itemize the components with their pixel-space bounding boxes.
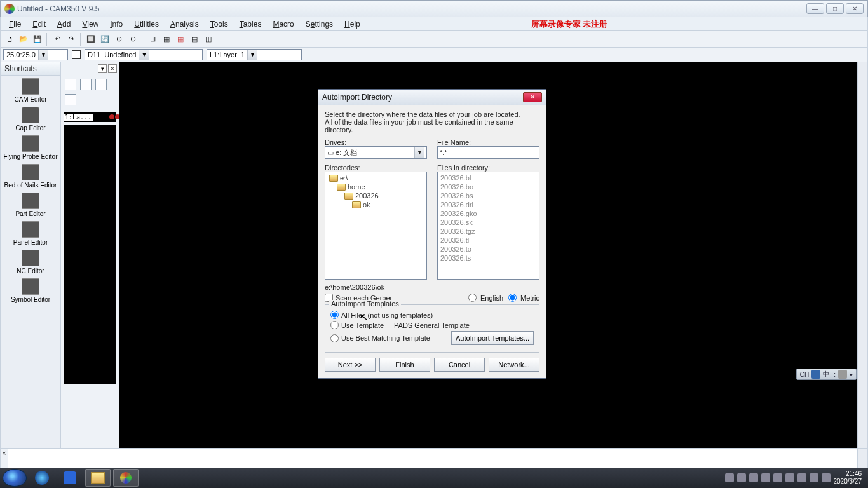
files-listbox[interactable]: 200326.bl200326.bo200326.bs200326.drl200…: [437, 172, 539, 280]
dcode-combo[interactable]: D11 Undefined▼: [85, 49, 203, 60]
tpl-all-radio[interactable]: All Files (not using templates): [330, 311, 433, 319]
layer-visible-icon[interactable]: [109, 114, 114, 119]
file-item[interactable]: 200326.drl: [439, 200, 538, 209]
file-item[interactable]: 200326.sk: [439, 218, 538, 227]
file-item[interactable]: 200326.gko: [439, 209, 538, 218]
file-item[interactable]: 200326.ts: [439, 254, 538, 262]
shortcut-symbol-editor[interactable]: Symbol Editor: [1, 276, 60, 304]
menu-tables[interactable]: Tables: [234, 18, 268, 30]
maximize-button[interactable]: □: [826, 3, 844, 14]
layer-tool-icon[interactable]: [65, 94, 76, 105]
directory-item[interactable]: home: [327, 182, 425, 191]
ime-cn[interactable]: 中: [821, 370, 831, 379]
colors-icon[interactable]: ◫: [202, 33, 215, 46]
tpl-use-radio[interactable]: Use Template: [330, 321, 384, 329]
menu-add[interactable]: Add: [51, 18, 76, 30]
file-item[interactable]: 200326.bo: [439, 182, 538, 191]
menu-view[interactable]: View: [76, 18, 104, 30]
zoom-in-icon[interactable]: ⊕: [112, 33, 125, 46]
units-english-radio[interactable]: English: [468, 294, 503, 302]
menu-macro[interactable]: Macro: [267, 18, 299, 30]
grid2-icon[interactable]: ▦: [160, 33, 173, 46]
filename-input[interactable]: *.*: [437, 146, 539, 159]
menu-tools[interactable]: Tools: [205, 18, 234, 30]
grid-icon[interactable]: ⊞: [146, 33, 159, 46]
shortcut-bed-of-nails-editor[interactable]: Bed of Nails Editor: [1, 161, 60, 190]
menu-analysis[interactable]: Analysis: [165, 18, 205, 30]
tray-icon[interactable]: [761, 473, 770, 482]
undo-icon[interactable]: ↶: [51, 33, 64, 46]
shortcut-flying-probe-editor[interactable]: Flying Probe Editor: [1, 133, 60, 161]
tray-icon[interactable]: [749, 473, 758, 482]
dialog-titlebar[interactable]: AutoImport Directory ✕: [318, 90, 546, 105]
directory-item[interactable]: ok: [327, 200, 425, 209]
directories-listbox[interactable]: e:\home200326ok: [325, 172, 427, 280]
tray-icon[interactable]: [810, 473, 818, 482]
drives-combo[interactable]: ▭ e: 文档 ▼: [325, 146, 427, 159]
open-icon[interactable]: 📂: [17, 33, 30, 46]
ime-chevron-icon[interactable]: ▾: [848, 371, 855, 378]
menu-info[interactable]: Info: [104, 18, 128, 30]
menu-edit[interactable]: Edit: [27, 18, 51, 30]
layer-tool-icon[interactable]: [95, 79, 107, 90]
taskbar-clock[interactable]: 21:46 2020/3/27: [834, 470, 862, 485]
ime-tool-icon[interactable]: [838, 370, 847, 379]
tray-icon[interactable]: [773, 473, 782, 482]
ime-punct[interactable]: :: [832, 371, 837, 378]
layer-tool-icon[interactable]: [65, 79, 76, 90]
layer-row[interactable]: 1:La...: [64, 112, 116, 122]
dcode-color[interactable]: [72, 50, 81, 59]
shortcut-cap-editor[interactable]: Cap Editor: [1, 104, 60, 133]
shortcut-part-editor[interactable]: Part Editor: [1, 190, 60, 219]
taskbar-app-icon[interactable]: [57, 469, 83, 487]
close-button[interactable]: ✕: [846, 3, 864, 14]
shortcut-cam-editor[interactable]: CAM Editor: [1, 76, 60, 104]
layer-icon[interactable]: ▤: [188, 33, 201, 46]
ime-language-bar[interactable]: CH 中 : ▾: [796, 369, 857, 380]
grid3-icon[interactable]: ▦: [174, 33, 187, 46]
tray-icon[interactable]: [725, 473, 734, 482]
directory-item[interactable]: e:\: [327, 173, 425, 182]
units-metric-radio[interactable]: Metric: [508, 294, 539, 302]
directory-item[interactable]: 200326: [327, 191, 425, 200]
redo-icon[interactable]: ↷: [65, 33, 78, 46]
minimize-button[interactable]: —: [806, 3, 824, 14]
layer-combo[interactable]: L1:Layer_1▼: [207, 49, 302, 60]
refresh-icon[interactable]: 🔄: [98, 33, 111, 46]
dialog-close-icon[interactable]: ✕: [523, 92, 542, 102]
zoom-window-icon[interactable]: 🔲: [85, 33, 97, 46]
file-item[interactable]: 200326.bl: [439, 173, 538, 182]
menu-utilities[interactable]: Utilities: [128, 18, 165, 30]
tray-icon[interactable]: [785, 473, 794, 482]
system-tray[interactable]: 21:46 2020/3/27: [725, 470, 866, 485]
shortcut-panel-editor[interactable]: Panel Editor: [1, 219, 60, 247]
menu-help[interactable]: Help: [339, 18, 366, 30]
save-icon[interactable]: 💾: [31, 33, 44, 46]
finish-button[interactable]: Finish: [379, 358, 430, 372]
new-icon[interactable]: 🗋: [3, 33, 16, 46]
tpl-best-radio[interactable]: Use Best Matching Template: [330, 334, 430, 342]
cancel-button[interactable]: Cancel: [434, 358, 485, 372]
taskbar-explorer-icon[interactable]: [85, 469, 111, 487]
tray-volume-icon[interactable]: [822, 473, 831, 482]
file-item[interactable]: 200326.to: [439, 245, 538, 254]
panel-menu-icon[interactable]: ▾: [98, 64, 107, 73]
taskbar-cam350-icon[interactable]: [113, 469, 139, 487]
file-item[interactable]: 200326.tl: [439, 236, 538, 245]
chevron-down-icon[interactable]: ▼: [414, 147, 424, 158]
taskbar-app-icon[interactable]: [29, 469, 55, 487]
start-button[interactable]: [3, 469, 27, 487]
tray-icon[interactable]: [737, 473, 746, 482]
shortcut-nc-editor[interactable]: NC Editor: [1, 247, 60, 276]
coord-combo[interactable]: 25.0:25.0▼: [3, 49, 68, 60]
file-item[interactable]: 200326.tgz: [439, 227, 538, 236]
ime-lang[interactable]: CH: [798, 371, 811, 378]
zoom-out-icon[interactable]: ⊖: [126, 33, 139, 46]
ime-mode-icon[interactable]: [811, 370, 820, 379]
tray-icon[interactable]: [797, 473, 806, 482]
next-button[interactable]: Next >>: [325, 358, 376, 372]
layer-tool-icon[interactable]: [80, 79, 92, 90]
panel-close-icon[interactable]: ×: [108, 64, 117, 73]
file-item[interactable]: 200326.bs: [439, 191, 538, 200]
autoimport-templates-button[interactable]: AutoImport Templates...: [451, 331, 534, 345]
